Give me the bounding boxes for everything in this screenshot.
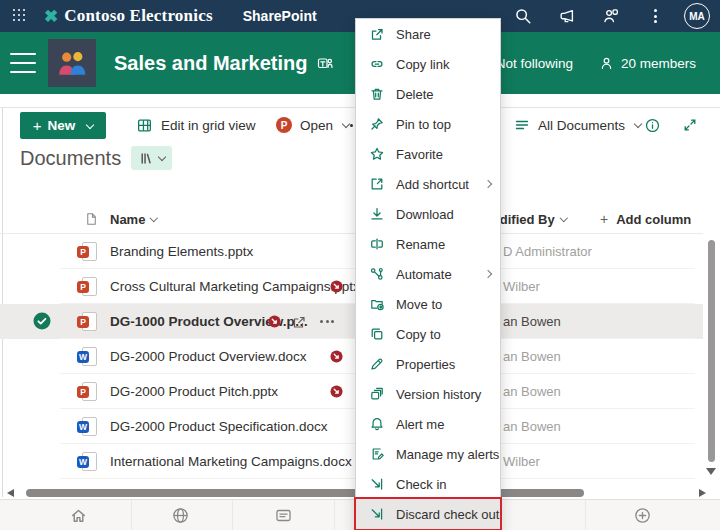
selected-check-icon[interactable] — [33, 312, 51, 330]
view-pivot-chip[interactable] — [131, 146, 172, 170]
checked-out-badge-icon — [330, 280, 343, 293]
hamburger-menu-icon[interactable] — [10, 53, 36, 73]
page-icon — [84, 211, 99, 227]
add-shortcut-icon — [369, 176, 385, 192]
copy-to-icon — [369, 326, 385, 342]
file-row[interactable]: W International Marketing Campaigns.docx… — [0, 444, 703, 479]
people-logo-icon — [55, 46, 89, 80]
file-row[interactable]: P DG-2000 Product Pitch.pptx an Bowen — [0, 374, 703, 409]
news-icon[interactable] — [273, 505, 293, 525]
automate-icon — [369, 266, 385, 282]
menu-item-copy-to[interactable]: Copy to — [356, 319, 500, 349]
row-more-icon[interactable] — [320, 320, 334, 323]
file-row[interactable]: W DG-2000 Product Overview.docx an Bowen — [0, 339, 703, 374]
menu-item-version-history[interactable]: Version history — [356, 379, 500, 409]
modified-by-cell: an Bowen — [503, 374, 561, 409]
checked-out-badge-icon — [330, 385, 343, 398]
menu-item-share[interactable]: Share — [356, 19, 500, 49]
file-type-column-header[interactable] — [84, 205, 99, 233]
add-column-button[interactable]: Add column — [600, 205, 691, 233]
product-name[interactable]: SharePoint — [243, 8, 317, 24]
menu-item-automate[interactable]: Automate — [356, 259, 500, 289]
link-icon — [369, 56, 385, 72]
megaphone-icon[interactable] — [552, 1, 582, 31]
move-to-icon — [369, 296, 385, 312]
word-file-icon: W — [77, 347, 98, 366]
file-row[interactable]: P Branding Elements.pptx D Administrator — [0, 234, 703, 269]
modified-by-cell: an Bowen — [503, 409, 561, 444]
view-lines-icon — [514, 117, 530, 133]
search-icon[interactable] — [508, 1, 538, 31]
teams-icon — [317, 55, 333, 71]
share-icon[interactable] — [291, 314, 307, 330]
members-button[interactable]: 20 members — [599, 56, 696, 71]
more-icon[interactable] — [640, 1, 670, 31]
bell-icon — [369, 416, 385, 432]
word-file-icon: W — [77, 452, 98, 471]
submenu-chevron-icon — [484, 270, 492, 278]
powerpoint-file-icon: P — [77, 277, 98, 296]
library-heading: Documents — [20, 146, 172, 170]
globe-icon[interactable] — [170, 505, 190, 525]
suite-bar-actions: MA — [508, 1, 710, 31]
expand-icon[interactable] — [676, 108, 704, 142]
file-row[interactable]: W DG-2000 Product Specification.docx an … — [0, 409, 703, 444]
modified-by-cell: Wilber — [503, 269, 540, 304]
file-row-selected[interactable]: P DG-1000 Product Overview.p… an Bowen — [0, 304, 703, 339]
menu-item-properties[interactable]: Properties — [356, 349, 500, 379]
site-header-actions: Not following 20 members — [474, 56, 696, 71]
name-column-header[interactable]: Name — [110, 205, 157, 233]
menu-item-rename[interactable]: Rename — [356, 229, 500, 259]
edit-grid-view-button[interactable]: Edit in grid view — [130, 108, 262, 142]
powerpoint-file-icon: P — [77, 312, 98, 331]
word-file-icon: W — [77, 417, 98, 436]
powerpoint-file-icon: P — [77, 242, 98, 261]
menu-item-delete[interactable]: Delete — [356, 79, 500, 109]
library-title: Documents — [20, 147, 121, 170]
admin-settings-icon[interactable] — [596, 1, 626, 31]
menu-item-discard-check-out[interactable]: Discard check out — [356, 499, 500, 529]
trash-icon — [369, 86, 385, 102]
info-icon[interactable] — [638, 108, 667, 142]
add-icon[interactable] — [632, 505, 652, 525]
scroll-right-arrow-icon[interactable] — [699, 489, 706, 497]
vertical-scrollbar[interactable] — [708, 240, 715, 462]
rename-icon — [369, 236, 385, 252]
person-icon — [599, 56, 614, 71]
table-header: Name Modified By Add column — [0, 205, 703, 234]
contoso-logo-icon — [44, 6, 58, 27]
app-launcher-icon[interactable] — [4, 0, 36, 32]
site-logo[interactable] — [48, 39, 96, 87]
file-context-menu: Share Copy link Delete Pin to top Favori… — [355, 18, 501, 530]
open-button[interactable]: P Open — [270, 108, 355, 142]
new-button[interactable]: New — [20, 112, 106, 139]
checked-out-badge-icon — [330, 350, 343, 363]
menu-item-manage-my-alerts[interactable]: Manage my alerts — [356, 439, 500, 469]
modified-by-cell: an Bowen — [503, 304, 561, 339]
sharepoint-window: Contoso Electronics SharePoint MA — [0, 0, 720, 530]
checked-out-badge-icon — [268, 315, 281, 328]
pencil-icon — [369, 356, 385, 372]
manage-alerts-icon — [369, 446, 385, 462]
site-title: Sales and Marketing — [114, 52, 307, 75]
menu-item-check-in[interactable]: Check in — [356, 469, 500, 499]
home-icon[interactable] — [68, 505, 88, 525]
menu-item-copy-link[interactable]: Copy link — [356, 49, 500, 79]
menu-item-add-shortcut[interactable]: Add shortcut — [356, 169, 500, 199]
submenu-chevron-icon — [484, 180, 492, 188]
menu-item-favorite[interactable]: Favorite — [356, 139, 500, 169]
menu-item-download[interactable]: Download — [356, 199, 500, 229]
scroll-left-arrow-icon[interactable] — [7, 489, 14, 497]
check-in-icon — [369, 476, 385, 492]
view-selector[interactable]: All Documents — [508, 108, 647, 142]
avatar[interactable]: MA — [684, 3, 710, 29]
modified-by-cell: an Bowen — [503, 339, 561, 374]
menu-item-pin-to-top[interactable]: Pin to top — [356, 109, 500, 139]
menu-item-alert-me[interactable]: Alert me — [356, 409, 500, 439]
brand-name: Contoso Electronics — [64, 6, 212, 26]
scroll-down-arrow-icon[interactable] — [706, 468, 716, 475]
menu-item-move-to[interactable]: Move to — [356, 289, 500, 319]
grid-icon — [136, 117, 153, 134]
file-row[interactable]: P Cross Cultural Marketing Campaigns.ppt… — [0, 269, 703, 304]
modified-by-cell: D Administrator — [503, 234, 592, 269]
